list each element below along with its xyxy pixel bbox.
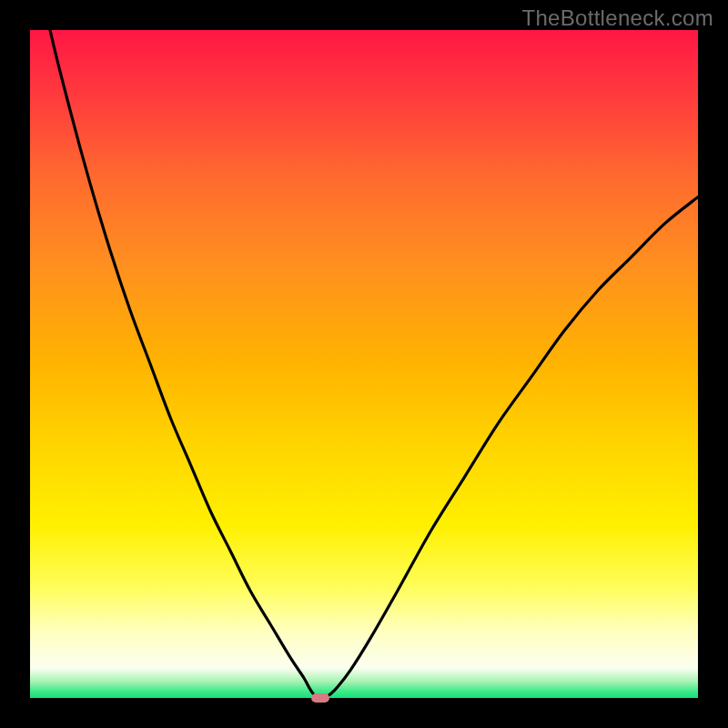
plot-area xyxy=(30,30,698,698)
curve-layer xyxy=(30,30,698,698)
minimum-marker xyxy=(311,693,329,703)
watermark-text: TheBottleneck.com xyxy=(521,5,713,31)
chart-stage: TheBottleneck.com xyxy=(0,0,728,728)
bottleneck-curve-path xyxy=(30,30,698,698)
